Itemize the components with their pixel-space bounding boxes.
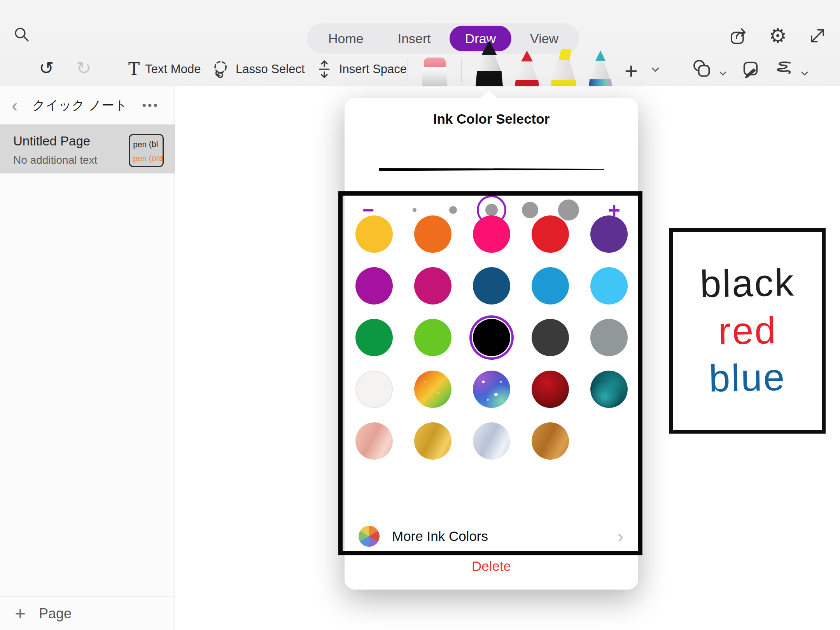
pen-black[interactable] (474, 40, 504, 86)
ink-color-dark-gray[interactable] (532, 319, 569, 356)
ink-color-raspberry[interactable] (414, 267, 452, 304)
highlighter-yellow[interactable] (550, 49, 577, 86)
ink-color-white[interactable] (355, 371, 393, 408)
stroke-width-preview (379, 166, 604, 173)
ink-color-purple[interactable] (590, 215, 628, 253)
tab-bar: HomeInsertDrawView (307, 23, 579, 54)
ink-color-lime-green[interactable] (414, 319, 452, 356)
eraser-tool[interactable] (422, 58, 447, 86)
shapes-icon (691, 58, 713, 80)
page-annotate-button[interactable] (740, 58, 761, 80)
ink-color-gold-glitter[interactable] (414, 422, 452, 460)
handwritten-word-black: black (700, 260, 795, 307)
pen-red-icon (521, 51, 533, 61)
search-icon[interactable] (11, 24, 33, 46)
undo-button[interactable]: ↺ (39, 59, 54, 77)
page-list-sidebar: ‹ クイック ノート ••• Untitled Page No addition… (0, 86, 175, 630)
ink-color-rainbow-glitter[interactable] (414, 371, 452, 408)
ribbon: HomeInsertDrawView ⚙ ↺ ↻ T Text Mode Las… (0, 0, 840, 86)
ink-color-grid (345, 208, 638, 467)
popup-title: Ink Color Selector (345, 111, 638, 127)
toolbar-divider (461, 58, 462, 82)
more-ink-colors-row[interactable]: More Ink Colors › (345, 521, 638, 551)
thumbnail-ink-line: pen (ora (133, 151, 163, 165)
color-wheel-icon (359, 526, 380, 547)
thumbnail-ink-preview: pen (blpen (ora (133, 137, 163, 165)
notebook-title: クイック ノート (18, 97, 142, 114)
sidebar-header: ‹ クイック ノート ••• (0, 86, 175, 124)
add-page-button[interactable]: + Page (0, 597, 175, 630)
insert-space-label: Insert Space (339, 62, 407, 76)
handwritten-words: blackredblue (700, 261, 795, 401)
ink-color-sky-blue[interactable] (590, 267, 628, 304)
text-mode-icon: T (128, 59, 140, 79)
ink-color-bronze-glitter[interactable] (532, 422, 569, 460)
page-annotate-icon (740, 58, 761, 80)
ink-color-black[interactable] (473, 319, 510, 356)
add-page-label: Page (39, 606, 72, 622)
ink-replay-button[interactable] (772, 58, 810, 80)
pencil-teal-icon (595, 51, 606, 61)
insert-space-icon (315, 59, 334, 79)
lasso-select-button[interactable]: Lasso Select (210, 59, 305, 79)
page-list-item-selected[interactable]: Untitled Page No additional text pen (bl… (0, 124, 175, 173)
draw-toolbar: ↺ ↻ T Text Mode Lasso Select Insert Spac… (0, 54, 840, 86)
delete-pen-button[interactable]: Delete (345, 558, 638, 574)
pen-red[interactable] (514, 51, 540, 86)
handwritten-ink-frame: blackredblue (669, 228, 826, 434)
tab-view[interactable]: View (514, 26, 574, 51)
page-subtitle: No additional text (13, 154, 97, 166)
ink-color-blue[interactable] (532, 267, 569, 304)
pen-black-icon (481, 40, 497, 55)
lasso-select-icon (210, 59, 230, 79)
divider (345, 551, 638, 552)
lasso-select-label: Lasso Select (236, 62, 305, 76)
ink-color-silver-glitter[interactable] (473, 422, 510, 460)
shapes-chevron-down-icon (719, 66, 729, 73)
handwritten-word-red: red (718, 307, 777, 354)
ink-color-gray[interactable] (590, 319, 628, 356)
ink-color-magenta[interactable] (355, 267, 393, 304)
chevron-right-icon: › (618, 527, 623, 545)
settings-gear-icon[interactable]: ⚙ (767, 25, 789, 47)
ink-color-navy-blue[interactable] (473, 267, 510, 304)
more-ink-colors-label: More Ink Colors (392, 528, 488, 544)
undo-icon: ↺ (39, 59, 54, 77)
toolbar-divider (111, 58, 111, 82)
thumbnail-ink-line: pen (bl (133, 137, 163, 151)
pen-menu-chevron-down-icon[interactable] (650, 66, 660, 73)
ink-replay-squiggle-icon (772, 58, 795, 80)
pencil-teal[interactable] (588, 51, 613, 86)
back-chevron-icon[interactable]: ‹ (12, 96, 18, 114)
toolbar-divider (408, 58, 408, 82)
ink-color-galaxy[interactable] (473, 371, 510, 408)
ink-color-orange[interactable] (414, 215, 452, 253)
shapes-button[interactable] (691, 58, 729, 80)
text-mode-button[interactable]: T Text Mode (128, 59, 201, 79)
ink-color-teal-marble[interactable] (590, 371, 628, 408)
text-mode-label: Text Mode (145, 62, 201, 76)
tab-insert[interactable]: Insert (382, 26, 446, 51)
ink-color-pink[interactable] (473, 215, 510, 253)
ink-color-selector-popup: Ink Color Selector − + More Ink Colors ›… (345, 98, 638, 590)
ink-color-red-marble[interactable] (532, 371, 569, 408)
redo-icon: ↻ (76, 59, 91, 77)
ink-color-red[interactable] (532, 215, 569, 253)
ink-replay-chevron-down-icon (800, 66, 810, 73)
popup-caret (480, 91, 498, 98)
ink-color-rose-gold[interactable] (355, 422, 393, 460)
plus-icon: + (15, 603, 26, 624)
share-icon[interactable] (727, 25, 749, 47)
tab-home[interactable]: Home (313, 26, 379, 51)
redo-button[interactable]: ↻ (76, 59, 91, 77)
more-options-ellipsis-icon[interactable]: ••• (142, 99, 159, 112)
page-thumbnail: pen (blpen (ora (129, 134, 164, 167)
add-pen-button[interactable]: + (625, 58, 638, 84)
ink-color-gold[interactable] (355, 215, 393, 253)
top-right-actions: ⚙ (727, 25, 828, 47)
fullscreen-expand-icon[interactable] (807, 25, 828, 47)
insert-space-button[interactable]: Insert Space (315, 59, 407, 79)
ink-color-green[interactable] (355, 319, 393, 356)
handwritten-word-blue: blue (709, 355, 786, 402)
page-title: Untitled Page (13, 134, 90, 149)
